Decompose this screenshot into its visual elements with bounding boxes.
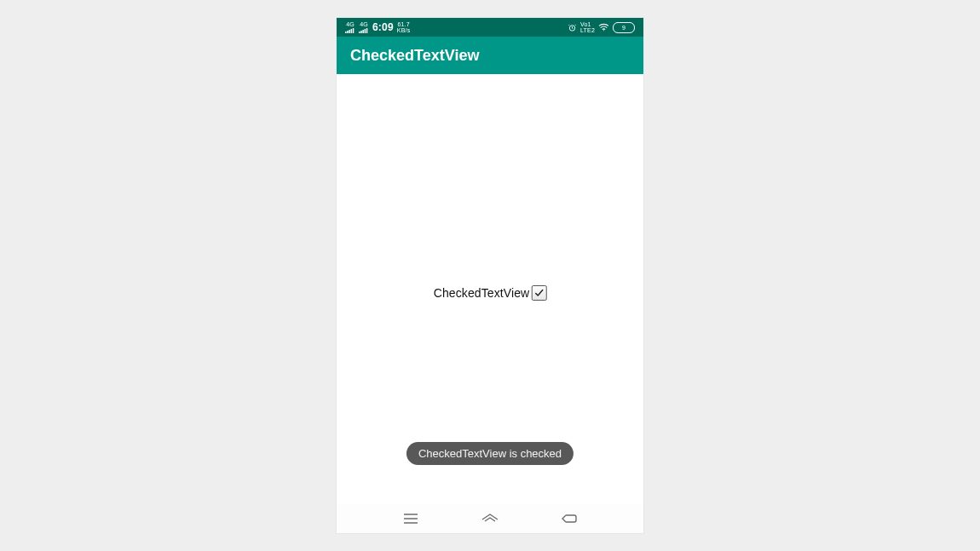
back-button[interactable] (558, 511, 580, 526)
app-bar: CheckedTextView (337, 37, 643, 74)
home-button[interactable] (479, 511, 501, 526)
network-label: 4G (345, 21, 355, 34)
svg-rect-4 (353, 28, 355, 33)
svg-rect-5 (359, 32, 360, 33)
svg-rect-2 (349, 30, 350, 33)
signal-icon (345, 28, 355, 34)
clock-time: 6:09 (372, 21, 394, 33)
svg-rect-1 (347, 31, 349, 33)
svg-rect-3 (351, 29, 353, 33)
status-right: Vo1 LTE2 9 (568, 21, 635, 33)
svg-rect-0 (345, 32, 347, 33)
signal-icon-2 (359, 28, 369, 34)
toast-message: CheckedTextView is checked (406, 442, 574, 465)
wifi-icon (598, 23, 609, 32)
app-content: CheckedTextView CheckedTextView is check… (337, 74, 643, 504)
svg-rect-9 (366, 28, 368, 33)
network-label-2: 4G (359, 21, 369, 34)
toast-text: CheckedTextView is checked (418, 447, 562, 460)
data-rate: 61.7KB/s (397, 21, 411, 33)
battery-icon: 9 (613, 22, 635, 33)
status-bar: 4G 4G 6:09 61.7KB/s Vo1 LTE2 (337, 18, 643, 37)
checked-text-view[interactable]: CheckedTextView (434, 285, 547, 301)
status-left: 4G 4G 6:09 61.7KB/s (345, 21, 410, 34)
phone-frame: 4G 4G 6:09 61.7KB/s Vo1 LTE2 (337, 18, 643, 533)
svg-rect-6 (360, 31, 362, 33)
battery-text: 9 (622, 25, 625, 31)
svg-point-11 (603, 30, 604, 31)
checkbox-icon (531, 285, 546, 301)
svg-rect-8 (365, 29, 366, 33)
checked-text-view-label: CheckedTextView (434, 286, 530, 300)
navigation-bar (337, 504, 643, 533)
alarm-icon (568, 23, 577, 32)
recent-apps-button[interactable] (400, 511, 422, 526)
volte-label: Vo1 LTE2 (580, 21, 595, 33)
svg-rect-7 (362, 30, 364, 33)
app-title: CheckedTextView (350, 47, 479, 65)
